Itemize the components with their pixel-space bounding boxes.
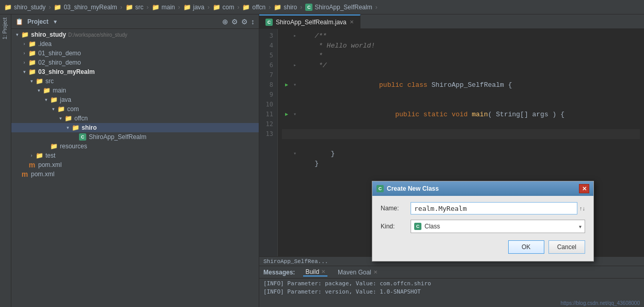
pom1-icon: m [28, 161, 36, 169]
tree-label-class: ShiroApp_SelfRealm [89, 133, 146, 141]
left-gutter: 1: Project [0, 14, 11, 307]
run-gutter-play2[interactable]: ▶ [282, 110, 291, 119]
settings-icon[interactable]: ⚙ [231, 18, 238, 26]
resources-icon: 📁 [50, 142, 58, 150]
fold-gutter[interactable]: ▾ [291, 149, 299, 159]
tree-item-java[interactable]: ▾ 📁 java [11, 95, 259, 104]
editor-tabs: C ShiroApp_SelfRealm.java ✕ [259, 14, 644, 29]
kind-dropdown-arrow: ▾ [579, 224, 582, 229]
code-text: * [299, 51, 323, 60]
kind-select-inner: C Class [414, 223, 440, 230]
shiro-folder-icon: 📁 [71, 124, 80, 132]
tree-label-resources: resources [60, 143, 87, 150]
bottom-tab-build[interactable]: Build ✕ [303, 268, 327, 277]
dialog-buttons: OK Cancel [381, 238, 585, 255]
dialog-input-wrapper: ↑↓ [411, 202, 585, 214]
tree-label-01: 01_shiro_demo [38, 50, 81, 57]
fold-gutter[interactable]: ▾ [291, 110, 299, 119]
fold-gutter[interactable]: ▸ [291, 31, 299, 41]
code-line-10 [282, 139, 640, 149]
breadcrumb-folder-icon1: 📁 [54, 4, 61, 11]
breadcrumb-folder-icon7: 📁 [274, 4, 281, 11]
tree-item-pom2[interactable]: m pom.xml [11, 170, 259, 179]
cancel-button[interactable]: Cancel [548, 240, 585, 254]
tree-item-shiro-study[interactable]: ▾ 📁 shiro_study D:/workspace/shiro_study [11, 30, 259, 39]
sidebar-title: Project [27, 18, 49, 25]
sidebar-dropdown-arrow[interactable]: ▾ [54, 18, 57, 25]
tree-item-src[interactable]: ▾ 📁 src [11, 76, 259, 86]
fold-gutter[interactable]: ▾ [291, 80, 299, 90]
dialog-body: Name: ↑↓ Kind: C Class ▾ [372, 196, 593, 261]
breadcrumb-java[interactable]: java [193, 4, 205, 11]
tree-item-pom1[interactable]: m pom.xml [11, 160, 259, 170]
dialog-title-icon: C [376, 185, 384, 192]
name-label: Name: [381, 205, 406, 212]
code-line-7: ▶ ▾ public class ShiroApp_SelfRealm { [282, 70, 640, 100]
breadcrumb-class[interactable]: ShiroApp_SelfRealm [315, 4, 372, 11]
gear-icon[interactable]: ⚙ [241, 18, 248, 26]
tree-item-com[interactable]: ▾ 📁 com [11, 104, 259, 114]
maven-tab-close[interactable]: ✕ [373, 269, 378, 275]
collapse-icon[interactable]: ↕ [251, 18, 255, 26]
code-line-11: ▾ } [282, 149, 640, 159]
tree-item-shiro[interactable]: ▾ 📁 shiro [11, 123, 259, 132]
tree-label-main: main [53, 87, 66, 94]
tab-close-button[interactable]: ✕ [350, 19, 354, 25]
tree-item-offcn[interactable]: ▾ 📁 offcn [11, 114, 259, 123]
tree-arrow: ▾ [35, 88, 42, 93]
breadcrumb-shiro-study[interactable]: shiro_study [14, 4, 45, 11]
breadcrumb-com[interactable]: com [223, 4, 234, 11]
tree-item-resources[interactable]: 📁 resources [11, 142, 259, 151]
tree-label-offcn: offcn [74, 115, 88, 122]
dialog-name-row: Name: ↑↓ [381, 202, 585, 214]
offcn-icon: 📁 [64, 114, 72, 122]
tree-label-pom2: pom.xml [31, 171, 54, 178]
tree-label-java: java [60, 96, 71, 103]
bottom-tab-maven[interactable]: Maven Goal ✕ [336, 269, 380, 276]
code-line-8: ▶ ▾ public static void main( String[] ar… [282, 100, 640, 129]
locate-icon[interactable]: ⊕ [222, 18, 228, 26]
tree-label-idea: .idea [38, 40, 52, 48]
dialog-close-button[interactable]: ✕ [579, 184, 589, 193]
editor-tab-main[interactable]: C ShiroApp_SelfRealm.java ✕ [259, 14, 360, 29]
watermark: https://blog.csdn.net/qq_43608000 [561, 300, 640, 306]
breadcrumb-03[interactable]: 03_shiro_myRealm [64, 4, 117, 11]
build-tab-close[interactable]: ✕ [321, 269, 325, 274]
sort-arrows[interactable]: ↑↓ [579, 205, 585, 211]
com-icon: 📁 [57, 105, 65, 113]
kind-select[interactable]: C Class ▾ [411, 220, 585, 233]
breadcrumb-shiro[interactable]: shiro [284, 4, 297, 11]
module1-icon: 📁 [28, 49, 36, 57]
code-line-9 [282, 129, 640, 139]
kind-class-icon: C [414, 223, 421, 230]
tree-arrow: › [28, 153, 35, 158]
name-input[interactable] [411, 202, 577, 214]
main-layout: 1: Project 📋 Project ▾ ⊕ ⚙ ⚙ ↕ ▾ 📁 shiro… [0, 14, 644, 307]
breadcrumb-offcn[interactable]: offcn [252, 4, 265, 11]
code-line-3: ▸ /** [282, 31, 640, 41]
pom2-icon: m [21, 170, 29, 178]
tree-item-test[interactable]: › 📁 test [11, 151, 259, 160]
ok-button[interactable]: OK [508, 240, 544, 254]
tree-arrow: ▾ [13, 32, 21, 37]
tree-item-main[interactable]: ▾ 📁 main [11, 86, 259, 95]
tree-item-03[interactable]: ▾ 📁 03_shiro_myRealm [11, 67, 259, 76]
tree-item-class[interactable]: C ShiroApp_SelfRealm [11, 132, 259, 142]
tree-arrow: ▾ [42, 97, 50, 102]
maven-tab-label: Maven Goal [338, 269, 371, 276]
file-tree[interactable]: ▾ 📁 shiro_study D:/workspace/shiro_study… [11, 29, 259, 307]
code-text: public class ShiroApp_SelfRealm { [299, 70, 516, 100]
project-vertical-tab[interactable]: 1: Project [0, 14, 11, 42]
breadcrumb-src[interactable]: src [135, 4, 144, 11]
dialog-kind-row: Kind: C Class ▾ [381, 220, 585, 233]
java-folder-icon: 📁 [50, 96, 58, 104]
fold-gutter[interactable]: ▸ [291, 60, 299, 70]
breadcrumb-main[interactable]: main [162, 4, 175, 11]
tree-item-idea[interactable]: › 📁 .idea [11, 39, 259, 49]
code-line-6: ▸ */ [282, 60, 640, 70]
tree-item-01[interactable]: › 📁 01_shiro_demo [11, 49, 259, 58]
tree-label-03: 03_shiro_myRealm [38, 68, 95, 75]
tree-item-02[interactable]: › 📁 02_shiro_demo [11, 58, 259, 67]
sidebar-header: 📋 Project ▾ ⊕ ⚙ ⚙ ↕ [11, 14, 259, 29]
run-gutter-play[interactable]: ▶ [282, 80, 291, 90]
